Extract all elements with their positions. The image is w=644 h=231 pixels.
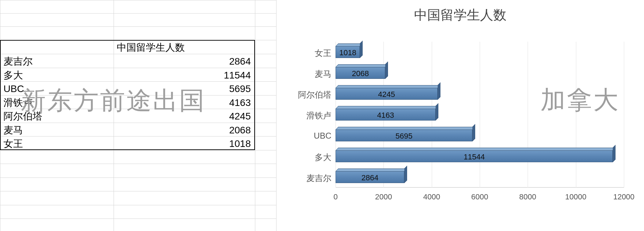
row-val-0[interactable]: 2864: [115, 55, 253, 68]
row-name-5[interactable]: 麦马: [1, 123, 113, 137]
bar-value-label: 2864: [336, 173, 404, 182]
bar-value-label: 4245: [336, 90, 438, 99]
bar-value-label: 11544: [336, 152, 613, 162]
row-name-1[interactable]: 多大: [1, 68, 113, 82]
row-name-4[interactable]: 阿尔伯塔: [1, 109, 113, 123]
bar-value-label: 5695: [336, 132, 472, 141]
bar[interactable]: 11544: [336, 150, 613, 162]
column-header[interactable]: 中国留学生人数: [115, 41, 254, 55]
bar-value-label: 4163: [336, 111, 436, 120]
bar-value-label: 2068: [336, 69, 385, 78]
y-axis-label: 麦马: [276, 68, 331, 80]
bar[interactable]: 5695: [336, 130, 472, 141]
x-tick: 10000: [565, 192, 586, 201]
spreadsheet-area[interactable]: 中国留学生人数 麦吉尔 2864 多大 11544 UBC 5695 滑铁卢 4…: [0, 0, 276, 231]
bar-value-label: 1018: [336, 48, 360, 57]
row-val-1[interactable]: 11544: [115, 68, 253, 82]
x-tick: 12000: [613, 192, 634, 201]
row-val-5[interactable]: 2068: [115, 123, 253, 137]
chart-plot: 020004000600080001000012000麦吉尔2864多大1154…: [336, 42, 624, 188]
x-tick: 8000: [519, 192, 536, 201]
y-axis-label: 阿尔伯塔: [276, 89, 331, 100]
y-axis-label: 滑铁卢: [276, 110, 331, 121]
row-val-3[interactable]: 4163: [115, 96, 253, 110]
row-name-6[interactable]: 女王: [1, 137, 113, 151]
y-axis-label: 多大: [276, 152, 331, 163]
row-name-3[interactable]: 滑铁卢: [1, 96, 113, 110]
row-val-6[interactable]: 1018: [115, 137, 253, 151]
row-name-0[interactable]: 麦吉尔: [1, 55, 113, 68]
y-axis-label: 麦吉尔: [276, 173, 331, 184]
x-tick: 4000: [423, 192, 440, 201]
x-tick: 2000: [375, 192, 392, 201]
y-axis-label: 女王: [276, 48, 331, 59]
bar[interactable]: 1018: [336, 46, 360, 58]
bar[interactable]: 4163: [336, 109, 436, 121]
x-tick: 6000: [471, 192, 488, 201]
x-tick: 0: [333, 192, 338, 201]
bar[interactable]: 2864: [336, 171, 404, 183]
chart-title: 中国留学生人数: [276, 6, 644, 24]
y-axis-label: UBC: [276, 131, 331, 141]
bar[interactable]: 4245: [336, 88, 438, 100]
row-val-2[interactable]: 5695: [115, 82, 253, 96]
row-name-2[interactable]: UBC: [1, 82, 113, 96]
chart-area[interactable]: 中国留学生人数 020004000600080001000012000麦吉尔28…: [276, 0, 644, 231]
row-val-4[interactable]: 4245: [115, 109, 253, 123]
bar[interactable]: 2068: [336, 67, 385, 79]
